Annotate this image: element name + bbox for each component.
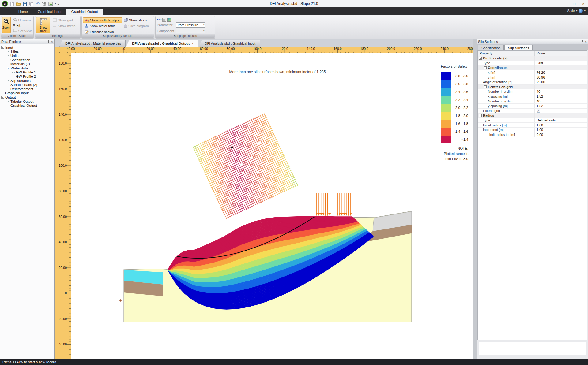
property-row-centres-on-grid[interactable]: -Centres on grid bbox=[478, 85, 587, 90]
property-row-increment-m[interactable]: Increment [m]1.00 bbox=[478, 128, 587, 132]
tree-expander-icon[interactable]: - bbox=[1, 96, 4, 99]
show-slices-button[interactable]: Show slices bbox=[122, 17, 153, 23]
value-cell[interactable]: 1.00 bbox=[535, 128, 587, 132]
new-file-icon[interactable] bbox=[9, 1, 14, 6]
doc-tab-dfi-analysis-sbd-graphical-input[interactable]: DFI Analysis.sbd : Graphical Input bbox=[199, 40, 260, 47]
unzoom-button[interactable]: Unzoom bbox=[12, 17, 33, 23]
open-file-icon[interactable] bbox=[16, 1, 21, 6]
value-cell[interactable] bbox=[535, 65, 587, 70]
copy-icon[interactable] bbox=[29, 1, 34, 6]
show-ruler-button[interactable]: Show ruler bbox=[36, 17, 50, 33]
save-icon[interactable] bbox=[22, 1, 27, 6]
tree-item-gw-profile-1[interactable]: GW Profile 1 bbox=[0, 70, 54, 75]
property-row-y-m[interactable]: y [m]60.96 bbox=[478, 75, 587, 80]
component-dropdown[interactable] bbox=[176, 28, 205, 33]
tree-item-graphical-input[interactable]: Graphical Input bbox=[0, 91, 54, 95]
value-cell[interactable]: 0.00 bbox=[535, 132, 587, 137]
property-row-extend-grid[interactable]: Extend grid✓ bbox=[478, 109, 587, 114]
value-cell[interactable]: 1.00 bbox=[535, 123, 587, 127]
property-row-x-spacing-m[interactable]: x spacing [m]1.52 bbox=[478, 94, 587, 99]
tree-item-water-data[interactable]: -Water data bbox=[0, 66, 54, 70]
doc-tab-close-icon[interactable]: × bbox=[192, 42, 194, 45]
plus20-icon[interactable]: +20 bbox=[157, 18, 161, 21]
property-row-limit-radius-to-m[interactable]: Limit radius to: [m]0.00 bbox=[478, 132, 587, 137]
value-cell[interactable]: Grid bbox=[535, 61, 587, 65]
properties-tab-slip-surfaces[interactable]: Slip Surfaces bbox=[504, 45, 533, 50]
show-multiple-slips-button[interactable]: Show multiple slips bbox=[83, 17, 122, 23]
property-row-y-spacing-m[interactable]: y spacing [m]1.52 bbox=[478, 104, 587, 109]
value-cell[interactable]: 1.52 bbox=[535, 104, 587, 108]
maximize-button[interactable]: □ bbox=[570, 0, 579, 7]
value-cell[interactable]: 25.00 bbox=[535, 80, 587, 84]
ribbon-tab-home[interactable]: Home bbox=[13, 9, 33, 15]
info-icon[interactable]: i bbox=[579, 9, 583, 13]
tree-item-titles[interactable]: Titles bbox=[0, 50, 54, 54]
tree-item-output[interactable]: -Output bbox=[0, 95, 54, 99]
value-cell[interactable] bbox=[535, 56, 587, 61]
style-menu[interactable]: Style bbox=[567, 9, 575, 13]
export-image-icon[interactable] bbox=[48, 1, 53, 6]
property-row-radius[interactable]: -Radius bbox=[478, 113, 587, 118]
tree-item-gw-profile-2[interactable]: GW Profile 2 bbox=[0, 74, 54, 79]
value-cell[interactable]: 60.96 bbox=[535, 75, 587, 80]
tree-item-units[interactable]: Units bbox=[0, 54, 54, 58]
collapse-icon[interactable]: - bbox=[479, 57, 482, 60]
pin-icon[interactable] bbox=[47, 39, 50, 44]
show-grid-button[interactable]: Show grid bbox=[51, 17, 77, 23]
slice-diagram-button[interactable]: Slice diagram bbox=[122, 23, 153, 29]
tree-item-reinforcement[interactable]: Reinforcement bbox=[0, 87, 54, 91]
value-cell[interactable]: Defined radii bbox=[535, 118, 587, 123]
tree-item-tabular-output[interactable]: Tabular Output bbox=[0, 99, 54, 104]
tree-item-materials-7[interactable]: Materials (7) bbox=[0, 62, 54, 66]
property-row-initial-radius-m[interactable]: Initial radius [m]1.00 bbox=[478, 123, 587, 128]
graphical-output-canvas[interactable]: More than one slip surface shown, minimu… bbox=[71, 53, 473, 359]
tree-expander-icon[interactable]: - bbox=[1, 46, 4, 49]
gradient-fill-icon[interactable] bbox=[167, 18, 171, 22]
tree-item-specification[interactable]: Specification bbox=[0, 58, 54, 62]
extend-grid-checkbox[interactable]: ✓ bbox=[537, 109, 540, 113]
tree-item-slip-surfaces[interactable]: Slip surfaces bbox=[0, 79, 54, 83]
close-panel-icon[interactable]: × bbox=[51, 40, 53, 43]
value-cell[interactable] bbox=[535, 113, 587, 118]
panel-splitter[interactable] bbox=[473, 39, 477, 359]
tree-view-icon[interactable] bbox=[42, 1, 47, 6]
tree-item-surface-loads-2[interactable]: Surface loads (2) bbox=[0, 83, 54, 87]
close-button[interactable]: × bbox=[579, 0, 588, 7]
parameter-dropdown[interactable]: Pore Pressure bbox=[176, 22, 205, 28]
zoom-button[interactable]: Zoom bbox=[2, 17, 11, 33]
tree-item-graphical-output[interactable]: Graphical Output bbox=[0, 103, 54, 108]
qat-menu-icon[interactable]: ≡ bbox=[58, 2, 59, 6]
property-row-circle-centre-s[interactable]: -Circle centre(s) bbox=[478, 56, 587, 61]
collapse-icon[interactable]: - bbox=[479, 114, 482, 117]
pin-icon[interactable] bbox=[581, 39, 584, 44]
value-cell[interactable]: ✓ bbox=[535, 109, 587, 113]
app-logo-icon[interactable]: SI bbox=[2, 1, 8, 7]
property-row-type[interactable]: TypeDefined radii bbox=[478, 118, 587, 123]
value-cell[interactable]: 40 bbox=[535, 89, 587, 94]
ribbon-tab-graphical-output[interactable]: Graphical Output bbox=[66, 9, 103, 15]
value-cell[interactable] bbox=[535, 85, 587, 89]
info-dropdown-icon[interactable]: ▾ bbox=[584, 9, 586, 12]
property-row-x-m[interactable]: x [m]76.20 bbox=[478, 70, 587, 75]
undo-icon[interactable]: ↶ bbox=[35, 1, 40, 6]
value-cell[interactable]: 1.52 bbox=[535, 94, 587, 99]
doc-tab-dfi-analysis-sbd-graphical-output[interactable]: DFI Analysis.sbd : Graphical Output× bbox=[126, 40, 198, 47]
minimize-button[interactable]: − bbox=[560, 0, 570, 7]
property-row-angle-of-rotation[interactable]: Angle of rotation [°]25.00 bbox=[478, 80, 587, 85]
close-panel-icon[interactable]: × bbox=[585, 40, 587, 43]
properties-tab-specification[interactable]: Specification bbox=[478, 45, 504, 50]
collapse-icon[interactable]: - bbox=[484, 66, 487, 69]
hatch-pattern-icon[interactable] bbox=[162, 18, 166, 22]
ribbon-tab-graphical-input[interactable]: Graphical Input bbox=[33, 9, 66, 15]
property-row-number-in-x-dim[interactable]: Number in x dim40 bbox=[478, 89, 587, 94]
doc-tab-dfi-analysis-sbd-material-properties[interactable]: DFI Analysis.sbd : Material properties bbox=[59, 40, 126, 47]
set-view-button[interactable]: Set View bbox=[12, 28, 33, 34]
show-water-table-button[interactable]: Show water table bbox=[83, 23, 122, 29]
value-cell[interactable]: 40 bbox=[535, 99, 587, 103]
property-row-type[interactable]: TypeGrid bbox=[478, 61, 587, 66]
limit-radius-checkbox[interactable] bbox=[483, 133, 486, 136]
property-row-coordinates[interactable]: -Coordinates bbox=[478, 65, 587, 70]
tree-expander-icon[interactable]: - bbox=[7, 67, 9, 69]
tree-item-input[interactable]: -Input bbox=[0, 45, 54, 50]
property-row-number-in-y-dim[interactable]: Number in y dim40 bbox=[478, 99, 587, 104]
